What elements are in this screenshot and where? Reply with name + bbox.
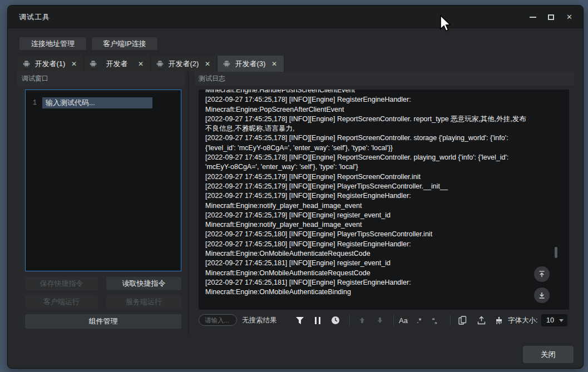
tab-close-icon[interactable]: ✕ <box>270 60 278 68</box>
maximize-icon <box>548 14 554 20</box>
tab-close-icon[interactable]: ✕ <box>204 60 211 68</box>
scroll-top-icon <box>538 270 546 278</box>
client-run-button[interactable]: 客户端运行 <box>25 295 98 309</box>
log-search-input[interactable] <box>199 314 237 326</box>
whole-word-button[interactable]: “„ <box>432 313 437 328</box>
log-line: [2022-09-27 17:45:25,181] [INFO][Engine]… <box>205 259 562 268</box>
manage-address-button[interactable]: 连接地址管理 <box>19 37 86 50</box>
panel-splitter[interactable] <box>188 72 189 334</box>
test-log-panel: 测试日志 Minecraft:Engine:HandlePushScreenCl… <box>194 72 574 350</box>
copy-icon <box>458 316 467 325</box>
save-shortcut-button[interactable]: 保存快捷指令 <box>25 277 98 290</box>
tab-label: 开发者(3) <box>230 59 270 69</box>
debug-window-panel: 调试窗口 1 输入测试代码... 保存快捷指令 读取快捷指令 客户端运行 服务端… <box>17 72 185 334</box>
log-line: [2022-09-27 17:45:25,179] [INFO][Engine]… <box>205 172 562 182</box>
close-dialog-button[interactable]: 关闭 <box>523 346 574 363</box>
maximize-button[interactable] <box>542 6 560 28</box>
font-size-dropdown[interactable]: 10 <box>541 314 567 326</box>
log-line: Minecraft:Engine:OnMobileAuthenticateBin… <box>205 287 562 297</box>
copy-log-button[interactable] <box>456 313 468 328</box>
export-icon <box>477 316 486 325</box>
tab-label: 开发者(1) <box>30 59 70 69</box>
pause-icon <box>315 317 317 324</box>
log-panel-header: 测试日志 <box>194 72 574 86</box>
timestamp-button[interactable] <box>330 313 341 328</box>
search-result-text: 无搜索结果 <box>242 313 277 328</box>
log-viewport[interactable]: Minecraft:Engine:HandlePushScreenClientE… <box>199 90 569 310</box>
filter-button[interactable] <box>294 313 305 328</box>
code-editor[interactable]: 1 输入测试代码... <box>25 90 181 271</box>
toolbar-separator <box>450 315 451 326</box>
log-line: Minecraft:Engine:OnMobileAuthenticateReq… <box>205 269 562 278</box>
close-icon: ✕ <box>566 13 572 21</box>
find-previous-button[interactable] <box>356 313 368 328</box>
log-line: [2022-09-27 17:45:25,180] [INFO][Engine]… <box>205 240 562 249</box>
scroll-bottom-icon <box>538 291 546 299</box>
log-line: [2022-09-27 17:45:25,179] [INFO][Engine]… <box>205 182 562 191</box>
android-icon <box>23 60 30 67</box>
log-line: Minecraft:Engine:PopScreenAfterClientEve… <box>205 105 562 115</box>
minimize-button[interactable] <box>523 6 542 28</box>
tab-developer[interactable]: 开发者 ✕ <box>84 56 151 72</box>
log-line: Minecraft:Engine:OnMobileAuthenticateReq… <box>205 249 562 259</box>
editor-placeholder: 输入测试代码... <box>42 97 152 108</box>
tab-close-icon[interactable]: ✕ <box>137 60 145 68</box>
font-size-label: 字体大小: <box>508 313 537 328</box>
log-line: Minecraft:Engine:HandlePushScreenClientE… <box>205 90 562 95</box>
log-line: [2022-09-27 17:45:25,178] [INFO][Engine]… <box>205 95 562 105</box>
log-line: [2022-09-27 17:45:25,178] [INFO][Engine]… <box>205 153 562 162</box>
session-tab-bar: 开发者(1) ✕ 开发者 ✕ 开发者(2) ✕ 开发者(3) ✕ <box>17 56 284 72</box>
android-icon <box>156 60 164 67</box>
client-ip-connect-button[interactable]: 客户端IP连接 <box>92 37 157 50</box>
log-line: {'level_id': 'mcEyY-o8CgA=', 'enter_way'… <box>205 143 562 153</box>
tab-developer-3-active[interactable]: 开发者(3) ✕ <box>218 56 284 72</box>
log-toolbar: 无搜索结果 Aa .* “„ <box>199 313 569 328</box>
log-line: [2022-09-27 17:45:25,180] [INFO][Engine]… <box>205 230 562 239</box>
android-icon <box>223 60 230 67</box>
log-lines: Minecraft:Engine:HandlePushScreenClientE… <box>199 90 569 297</box>
log-line: [2022-09-27 17:45:25,179] [INFO][Engine]… <box>205 211 562 220</box>
filter-icon <box>296 317 304 324</box>
tab-label: 开发者 <box>97 59 137 69</box>
dropdown-caret-icon <box>559 319 564 322</box>
log-line: 'mcEyY-o8CgA=', 'enter_way': 'self'}, 't… <box>205 162 562 172</box>
debug-panel-header: 调试窗口 <box>17 72 185 86</box>
arrow-up-icon <box>359 317 365 324</box>
close-window-button[interactable]: ✕ <box>560 6 579 28</box>
match-case-button[interactable]: Aa <box>399 313 408 328</box>
pause-log-button[interactable] <box>312 313 323 328</box>
scroll-to-top-button[interactable] <box>534 266 550 282</box>
log-line: 不良信息,不雅昵称,语言暴力, <box>205 124 562 133</box>
toolbar-separator <box>393 315 394 326</box>
log-line: [2022-09-27 17:45:25,178] [INFO][Engine]… <box>205 133 562 143</box>
font-size-value: 10 <box>546 316 554 324</box>
log-line: Minecraft:Engine:notify_player_head_imag… <box>205 220 562 230</box>
tab-close-icon[interactable]: ✕ <box>70 60 78 68</box>
export-log-button[interactable] <box>475 313 487 328</box>
title-bar: 调试工具 ✕ <box>8 6 583 28</box>
tab-developer-1[interactable]: 开发者(1) ✕ <box>17 56 84 72</box>
component-manage-button[interactable]: 组件管理 <box>25 314 181 329</box>
clear-log-button[interactable] <box>493 313 505 328</box>
window-controls: ✕ <box>523 6 579 28</box>
tab-developer-2[interactable]: 开发者(2) ✕ <box>151 56 218 72</box>
tab-label: 开发者(2) <box>164 59 204 69</box>
android-icon <box>90 60 97 67</box>
window-title: 调试工具 <box>19 6 50 28</box>
scroll-to-bottom-button[interactable] <box>534 287 550 303</box>
log-line: [2022-09-27 17:45:25,181] [INFO][Engine]… <box>205 278 562 287</box>
minimize-icon <box>530 17 536 18</box>
log-line: [2022-09-27 17:45:25,178] [INFO][Engine]… <box>205 115 562 124</box>
line-number: 1 <box>26 97 40 108</box>
arrow-down-icon <box>377 317 383 324</box>
server-run-button[interactable]: 服务端运行 <box>106 295 181 309</box>
debug-tool-window: 调试工具 ✕ 连接地址管理 客户端IP连接 开发者(1) ✕ 开发者 ✕ 开发者… <box>7 5 584 369</box>
toolbar-separator <box>349 315 350 326</box>
find-next-button[interactable] <box>374 313 386 328</box>
log-line: [2022-09-27 17:45:25,179] [INFO][Engine]… <box>205 191 562 201</box>
load-shortcut-button[interactable]: 读取快捷指令 <box>106 277 181 290</box>
regex-button[interactable]: .* <box>417 313 422 328</box>
clock-icon <box>331 316 340 325</box>
log-scrollbar-thumb[interactable] <box>555 247 557 258</box>
clear-brush-icon <box>495 316 503 325</box>
